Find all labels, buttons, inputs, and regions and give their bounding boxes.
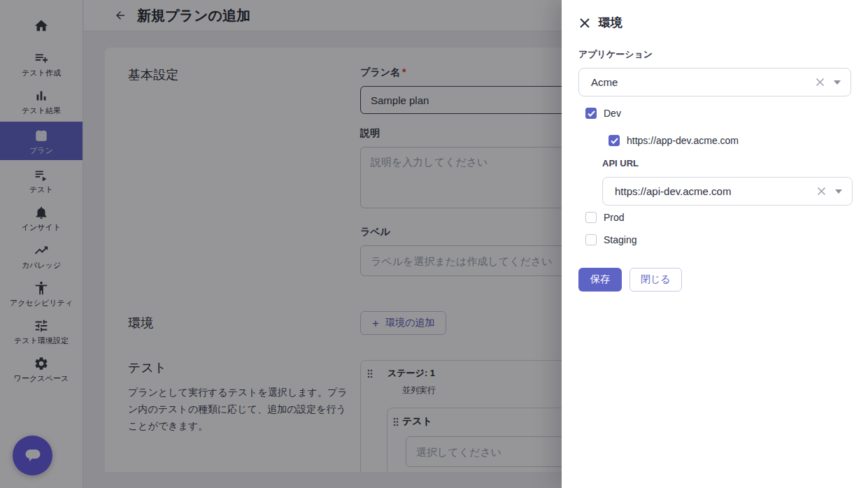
close-icon[interactable] [578, 17, 591, 29]
dev-checkbox[interactable] [585, 108, 597, 119]
api-url-label: API URL [602, 159, 851, 168]
env-row-prod: Prod [585, 212, 851, 223]
api-url-select[interactable]: https://api-dev.acme.com [602, 177, 853, 206]
prod-checkbox[interactable] [585, 212, 597, 223]
app-url-checkbox[interactable] [609, 135, 620, 146]
clear-icon[interactable] [816, 78, 825, 87]
api-url-select-value: https://api-dev.acme.com [615, 185, 817, 197]
env-row-dev: Dev [585, 108, 851, 119]
chevron-down-icon[interactable] [834, 80, 841, 85]
save-button[interactable]: 保存 [578, 268, 622, 292]
application-select[interactable]: Acme [578, 68, 851, 96]
drawer-title: 環境 [599, 15, 622, 31]
drawer-close-button[interactable]: 閉じる [629, 268, 682, 292]
application-label: アプリケーション [578, 50, 851, 59]
app-url-checkbox-label: https://app-dev.acme.com [627, 135, 739, 146]
prod-checkbox-label: Prod [604, 212, 625, 223]
chevron-down-icon[interactable] [835, 189, 842, 194]
dev-checkbox-label: Dev [604, 108, 621, 119]
env-row-staging: Staging [585, 234, 851, 245]
environment-drawer: 環境 アプリケーション Acme Dev https://app-dev.acm… [562, 0, 868, 488]
application-select-value: Acme [591, 76, 816, 88]
modal-overlay[interactable] [0, 0, 562, 488]
staging-checkbox-label: Staging [604, 234, 636, 245]
clear-icon[interactable] [817, 187, 826, 196]
staging-checkbox[interactable] [585, 234, 597, 245]
env-row-app-url: https://app-dev.acme.com [609, 135, 851, 146]
